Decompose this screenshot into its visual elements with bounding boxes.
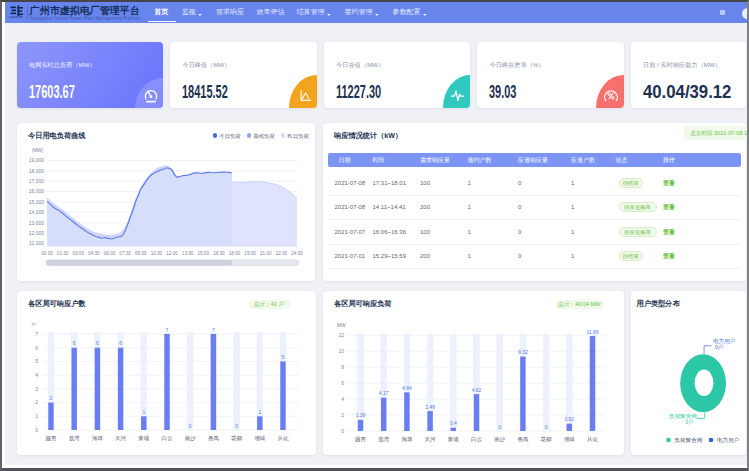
svg-text:番禺: 番禺 [517, 435, 528, 442]
svg-text:11.89: 11.89 [586, 328, 598, 334]
svg-text:09:00: 09:00 [135, 251, 147, 256]
svg-text:4.17: 4.17 [378, 390, 388, 396]
svg-text:0: 0 [498, 423, 501, 429]
svg-text:海珠: 海珠 [91, 434, 103, 441]
svg-text:电力用户: 电力用户 [717, 437, 739, 444]
svg-text:7: 7 [165, 326, 168, 332]
svg-text:3: 3 [35, 385, 38, 391]
svg-text:18:00: 18:00 [228, 251, 240, 256]
svg-text:1: 1 [35, 413, 38, 419]
svg-text:2: 2 [49, 395, 52, 401]
svg-text:荔湾: 荔湾 [378, 435, 390, 442]
svg-text:13,000: 13,000 [28, 219, 44, 225]
svg-text:10: 10 [338, 348, 344, 354]
svg-text:花都: 花都 [540, 435, 552, 442]
svg-text:1.39: 1.39 [355, 412, 365, 418]
svg-text:白云: 白云 [471, 435, 483, 442]
svg-text:黄埔: 黄埔 [447, 435, 459, 441]
svg-text:12,000: 12,000 [28, 229, 44, 235]
svg-text:2: 2 [341, 411, 344, 417]
svg-text:6: 6 [35, 344, 38, 350]
svg-text:15:00: 15:00 [197, 251, 209, 256]
svg-text:2.49: 2.49 [425, 403, 435, 409]
svg-text:12:00: 12:00 [166, 251, 178, 256]
svg-text:15,000: 15,000 [28, 198, 44, 204]
svg-text:从化: 从化 [277, 434, 289, 441]
svg-text:0户: 0户 [715, 344, 724, 350]
svg-text:8: 8 [341, 363, 344, 369]
svg-text:00:00: 00:00 [41, 251, 53, 256]
svg-text:增城: 增城 [563, 435, 575, 441]
svg-text:01:30: 01:30 [56, 251, 68, 256]
svg-text:增城: 增城 [254, 434, 265, 440]
svg-text:16:30: 16:30 [213, 251, 225, 256]
svg-text:07:30: 07:30 [119, 251, 131, 256]
svg-text:5: 5 [281, 353, 284, 359]
svg-text:17,000: 17,000 [28, 178, 44, 184]
svg-text:4: 4 [341, 395, 344, 401]
svg-text:户: 户 [31, 321, 36, 327]
svg-text:0: 0 [341, 427, 344, 433]
svg-text:10:30: 10:30 [150, 251, 162, 256]
svg-text:荔湾: 荔湾 [68, 434, 80, 441]
svg-text:7: 7 [212, 326, 215, 332]
svg-text:天河: 天河 [115, 434, 127, 441]
svg-text:0.92: 0.92 [564, 416, 574, 422]
svg-text:从化: 从化 [587, 435, 599, 442]
svg-text:24:00: 24:00 [291, 251, 303, 256]
svg-text:(MW): (MW) [32, 147, 44, 152]
svg-text:花都: 花都 [231, 434, 243, 441]
svg-text:南沙: 南沙 [494, 435, 506, 442]
svg-text:MW: MW [337, 323, 346, 328]
svg-text:19,000: 19,000 [28, 157, 44, 163]
svg-text:22:30: 22:30 [275, 251, 287, 256]
svg-text:04:30: 04:30 [88, 251, 100, 256]
svg-text:5: 5 [35, 358, 38, 364]
svg-text:03:00: 03:00 [72, 251, 84, 256]
svg-text:0: 0 [35, 426, 38, 432]
svg-text:19:30: 19:30 [244, 251, 256, 256]
svg-text:4: 4 [35, 371, 38, 377]
svg-text:9.32: 9.32 [518, 349, 528, 355]
svg-text:0: 0 [544, 423, 547, 429]
svg-text:2: 2 [35, 399, 38, 405]
svg-text:1: 1 [142, 408, 145, 414]
svg-text:4.84: 4.84 [402, 384, 412, 390]
svg-text:6: 6 [341, 379, 344, 385]
svg-text:越秀: 越秀 [45, 434, 57, 441]
svg-text:0: 0 [235, 422, 238, 428]
svg-text:黄埔: 黄埔 [138, 434, 150, 440]
svg-text:海珠: 海珠 [401, 435, 413, 442]
svg-text:7: 7 [35, 330, 38, 336]
svg-text:越秀: 越秀 [355, 435, 367, 442]
svg-text:3户: 3户 [685, 419, 694, 425]
svg-text:0: 0 [188, 422, 191, 428]
svg-text:13:30: 13:30 [181, 251, 193, 256]
svg-text:负荷聚合商: 负荷聚合商 [675, 437, 703, 443]
svg-text:18,000: 18,000 [28, 167, 44, 173]
svg-text:6: 6 [72, 340, 75, 346]
svg-text:0.4: 0.4 [449, 420, 456, 426]
svg-text:11,000: 11,000 [29, 240, 44, 246]
svg-text:天河: 天河 [424, 435, 436, 442]
svg-text:6: 6 [96, 340, 99, 346]
svg-text:6: 6 [119, 340, 122, 346]
svg-text:21:00: 21:00 [260, 251, 272, 256]
svg-text:12: 12 [338, 332, 344, 338]
svg-text:白云: 白云 [161, 434, 173, 441]
svg-text:4.62: 4.62 [471, 386, 481, 392]
svg-text:番禺: 番禺 [207, 434, 218, 441]
svg-text:南沙: 南沙 [184, 434, 196, 441]
svg-text:16,000: 16,000 [28, 188, 44, 194]
svg-text:1: 1 [258, 408, 261, 414]
svg-text:14,000: 14,000 [28, 209, 44, 215]
svg-text:06:00: 06:00 [103, 251, 115, 256]
